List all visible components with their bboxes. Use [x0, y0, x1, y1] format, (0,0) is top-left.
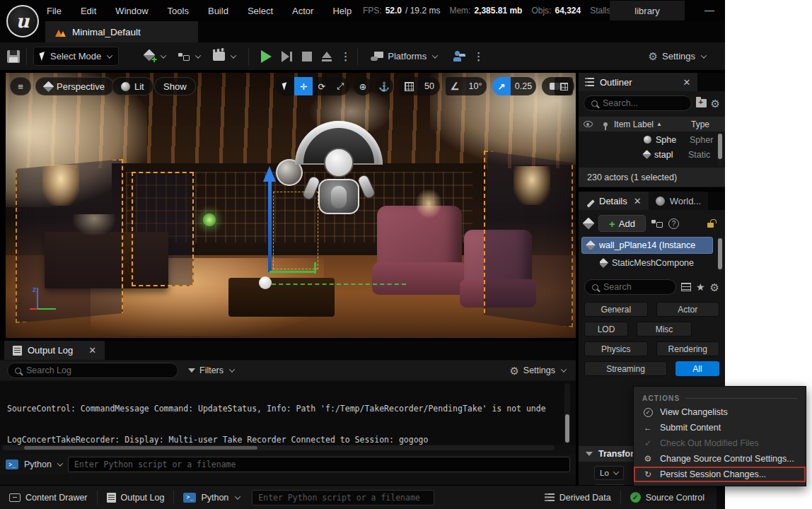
content-drawer-button[interactable]: Content Drawer	[0, 486, 97, 509]
level-viewport[interactable]: z ≡ Perspective Lit	[6, 73, 576, 338]
outliner-row-sphere[interactable]: Sphe Spher	[579, 132, 725, 147]
menu-item-persist-session-changes[interactable]: ↻ Persist Session Changes...	[634, 467, 806, 482]
unlocked-icon[interactable]	[707, 223, 714, 228]
project-name-button[interactable]: library	[610, 1, 685, 21]
derived-data-button[interactable]: Derived Data	[535, 486, 620, 509]
show-dropdown[interactable]: Show	[154, 77, 196, 95]
help-icon[interactable]: ?	[668, 218, 679, 229]
details-search-input[interactable]	[603, 282, 668, 292]
close-icon[interactable]: ✕	[683, 77, 691, 88]
scale-tool-button[interactable]: ⤢	[331, 77, 349, 95]
source-control-button[interactable]: ✓ Source Control	[621, 486, 714, 509]
blueprints-dropdown[interactable]	[172, 48, 207, 65]
details-settings-icon[interactable]: ⚙	[710, 282, 719, 293]
pin-icon[interactable]	[603, 122, 608, 127]
outliner-settings-icon[interactable]: ⚙	[711, 98, 720, 109]
eye-icon[interactable]	[584, 121, 593, 127]
tree-scrollbar[interactable]	[717, 237, 723, 272]
menu-file[interactable]: File	[47, 6, 62, 16]
log-text-area[interactable]: SourceControl: CommandMessage Command: U…	[0, 381, 576, 445]
outliner-scrollbar[interactable]	[717, 132, 723, 166]
scrollbar-thumb[interactable]	[718, 134, 722, 159]
frame-skip-button[interactable]	[282, 51, 292, 62]
menu-item-view-changelists[interactable]: ✓ View Changelists	[634, 404, 806, 420]
log-search-input[interactable]	[26, 365, 170, 375]
grid-snap-value[interactable]: 50	[419, 77, 440, 95]
settings-dropdown[interactable]: ⚙ Settings	[642, 47, 712, 65]
move-tool-button[interactable]: ✛	[294, 77, 313, 95]
surface-snap-button[interactable]: ⚓	[375, 77, 393, 95]
tab-details[interactable]: Details ✕	[579, 192, 649, 210]
select-mode-dropdown[interactable]: Select Mode	[33, 47, 119, 66]
stop-button[interactable]	[302, 52, 312, 62]
add-folder-icon[interactable]	[696, 99, 707, 107]
minimize-button[interactable]: —	[699, 0, 720, 20]
multi-user-icon[interactable]	[453, 51, 465, 62]
select-tool-button[interactable]	[276, 77, 294, 95]
menu-build[interactable]: Build	[208, 6, 228, 16]
filter-lod[interactable]: LOD	[584, 322, 628, 337]
selected-actor-row[interactable]: wall_pPlane14 (Instance	[581, 237, 713, 254]
log-settings-dropdown[interactable]: ⚙ Settings	[509, 365, 566, 376]
eject-button[interactable]	[322, 52, 332, 62]
outliner-row-partial[interactable]	[579, 162, 725, 165]
platforms-dropdown[interactable]: Platforms	[364, 47, 443, 65]
menu-edit[interactable]: Edit	[81, 6, 96, 16]
world-coord-button[interactable]: ⊕	[354, 77, 372, 95]
menu-item-change-source-control-settings[interactable]: ⚙ Change Source Control Settings...	[634, 451, 806, 467]
filter-all[interactable]: All	[675, 361, 719, 376]
filter-physics[interactable]: Physics	[584, 341, 648, 356]
filter-general[interactable]: General	[584, 302, 648, 317]
scrollbar-thumb[interactable]	[24, 446, 257, 450]
scale-snap-toggle[interactable]: ↗	[492, 77, 511, 95]
menu-help[interactable]: Help	[332, 6, 352, 16]
statusbar-python-input[interactable]	[252, 490, 434, 505]
python-mode-dropdown[interactable]: Python	[24, 460, 62, 469]
log-horizontal-scrollbar[interactable]	[3, 445, 555, 450]
menu-item-submit-content[interactable]: ← Submit Content	[634, 420, 806, 435]
log-filters-dropdown[interactable]: Filters	[188, 365, 234, 375]
menu-select[interactable]: Select	[248, 6, 273, 16]
maximize-viewport-button[interactable]	[555, 77, 573, 95]
rotate-tool-button[interactable]: ⟳	[313, 77, 331, 95]
rotation-snap-toggle[interactable]: ∠	[446, 77, 464, 95]
cinematics-dropdown[interactable]	[207, 48, 242, 64]
blueprint-icon[interactable]	[651, 218, 663, 228]
log-search-box[interactable]	[7, 363, 178, 378]
column-type[interactable]: Type	[691, 119, 725, 129]
filter-misc[interactable]: Misc	[637, 322, 692, 337]
scale-snap-value[interactable]: 0.25	[511, 77, 536, 95]
add-component-button[interactable]: + Add	[598, 215, 646, 232]
more-options-menu[interactable]: ⋮	[473, 50, 484, 63]
display-options-icon[interactable]	[681, 283, 691, 291]
view-mode-dropdown[interactable]: Lit	[112, 77, 153, 95]
perspective-dropdown[interactable]: Perspective	[35, 77, 114, 95]
log-vertical-scrollbar[interactable]	[564, 383, 570, 444]
outliner-row-staple[interactable]: stapl Static	[579, 147, 725, 162]
output-log-statusbar-button[interactable]: Output Log	[98, 486, 174, 509]
child-component-row[interactable]: StaticMeshCompone	[600, 255, 720, 271]
save-icon[interactable]	[7, 50, 20, 63]
python-script-input[interactable]	[68, 457, 570, 472]
filter-streaming[interactable]: Streaming	[584, 361, 667, 376]
outliner-search-input[interactable]	[603, 98, 684, 108]
scrollbar-thumb[interactable]	[718, 238, 722, 269]
python-statusbar-dropdown[interactable]: >_ Python	[174, 486, 249, 509]
menu-tools[interactable]: Tools	[168, 6, 189, 16]
tab-world-settings[interactable]: World...	[649, 192, 709, 210]
outliner-search-box[interactable]	[584, 95, 692, 111]
details-search-box[interactable]	[584, 279, 676, 295]
filter-rendering[interactable]: Rendering	[656, 341, 720, 356]
add-actor-dropdown[interactable]	[137, 47, 172, 66]
menu-actor[interactable]: Actor	[292, 6, 313, 16]
column-item-label[interactable]: Item Label ▲	[614, 119, 691, 129]
close-icon[interactable]: ✕	[88, 345, 96, 356]
tab-minimal-default[interactable]: Minimal_Default	[45, 21, 198, 42]
tab-outliner[interactable]: Outliner ✕	[579, 73, 697, 91]
play-button[interactable]	[261, 50, 272, 63]
tab-output-log[interactable]: Output Log ✕	[4, 341, 105, 360]
viewport-options-menu[interactable]: ≡	[10, 77, 31, 95]
rotation-snap-value[interactable]: 10°	[464, 77, 487, 95]
location-dropdown[interactable]: Lo	[594, 466, 624, 480]
grid-snap-toggle[interactable]	[399, 77, 419, 95]
